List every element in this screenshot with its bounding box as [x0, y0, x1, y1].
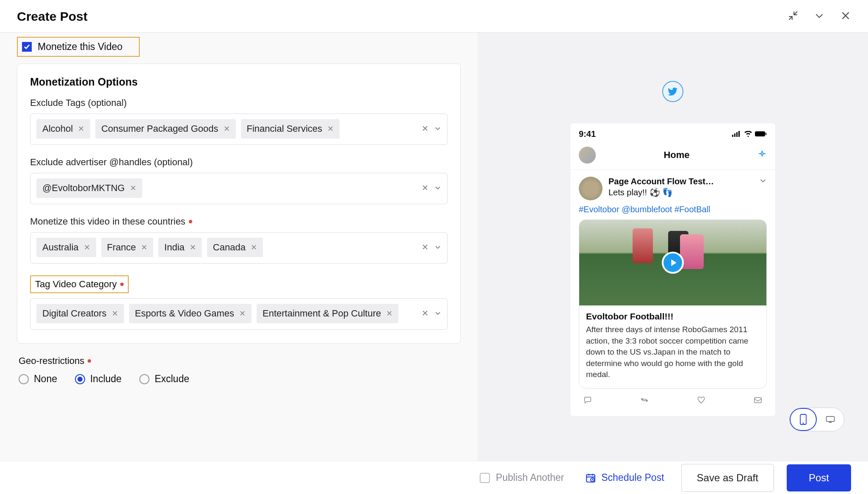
tag-remove-icon[interactable]: ✕: [130, 183, 136, 193]
svg-rect-3: [738, 131, 740, 137]
sparkle-icon[interactable]: [757, 150, 767, 161]
retweet-icon[interactable]: [640, 395, 649, 407]
tag-remove-icon[interactable]: ✕: [224, 124, 230, 133]
countries-select[interactable]: Australia✕ France✕ India✕ Canada✕: [30, 232, 448, 264]
tag-video-category-text: Tag Video Category: [35, 279, 117, 290]
close-icon[interactable]: [840, 10, 851, 23]
video-thumbnail[interactable]: [579, 220, 766, 305]
chevron-down-icon[interactable]: [759, 177, 767, 186]
tag: Esports & Video Games✕: [129, 304, 252, 323]
status-bar: 9:41: [570, 123, 775, 142]
tag-label: Canada: [213, 242, 246, 253]
radio-none[interactable]: None: [19, 373, 57, 385]
wifi-icon: [744, 129, 752, 139]
required-dot-icon: [120, 283, 124, 286]
radio-label: Exclude: [155, 373, 189, 385]
publish-another-checkbox[interactable]: Publish Another: [480, 472, 564, 483]
share-icon[interactable]: [753, 395, 763, 407]
footer-bar: Publish Another Schedule Post Save as Dr…: [0, 461, 868, 494]
phone-preview: 9:41 Home Page Account Flow Test… Lets p: [570, 123, 775, 416]
clear-icon[interactable]: [422, 184, 428, 193]
tag-remove-icon[interactable]: ✕: [112, 309, 118, 318]
exclude-tags-select[interactable]: Alcohol✕ Consumer Packaged Goods✕ Financ…: [30, 114, 448, 145]
mobile-view-button[interactable]: [790, 408, 817, 431]
desktop-view-button[interactable]: [817, 408, 844, 431]
tag-label: Consumer Packaged Goods: [101, 123, 218, 134]
chevron-down-icon[interactable]: [434, 310, 441, 318]
clear-icon[interactable]: [422, 125, 428, 133]
chevron-down-icon[interactable]: [434, 125, 441, 133]
tag-video-category-label: Tag Video Category: [30, 275, 129, 293]
monetize-checkbox-icon: [22, 42, 32, 52]
chevron-down-icon[interactable]: [814, 10, 825, 23]
preview-home-title: Home: [596, 150, 757, 161]
monetize-checkbox-row[interactable]: Monetize this Video: [17, 37, 140, 57]
post-button[interactable]: Post: [787, 464, 851, 491]
geo-restrictions-label: Geo-restrictions: [19, 355, 461, 366]
tag: Australia✕: [36, 238, 96, 257]
tag-label: France: [107, 242, 136, 253]
preview-panel: 9:41 Home Page Account Flow Test… Lets p: [478, 33, 868, 461]
radio-exclude[interactable]: Exclude: [139, 373, 189, 385]
post-avatar-icon: [579, 177, 603, 200]
categories-select[interactable]: Digital Creators✕ Esports & Video Games✕…: [30, 298, 448, 330]
svg-rect-6: [755, 397, 762, 402]
form-panel: Monetize this Video Monetization Options…: [0, 33, 478, 461]
chevron-down-icon[interactable]: [434, 244, 441, 252]
twitter-platform-icon[interactable]: [662, 81, 683, 102]
user-avatar-icon[interactable]: [579, 147, 596, 164]
countries-label-text: Monetize this video in these countries: [30, 216, 185, 227]
tag: France✕: [101, 238, 153, 257]
chevron-down-icon[interactable]: [434, 184, 441, 193]
status-time: 9:41: [579, 129, 596, 139]
header-actions: [788, 10, 851, 23]
tag-remove-icon[interactable]: ✕: [251, 243, 257, 252]
clear-icon[interactable]: [422, 244, 428, 252]
minimize-icon[interactable]: [788, 10, 799, 23]
exclude-handles-select[interactable]: @EvoltoborMKTNG✕: [30, 173, 448, 204]
categories-list: Digital Creators✕ Esports & Video Games✕…: [36, 304, 441, 323]
like-icon[interactable]: [697, 395, 706, 407]
reply-icon[interactable]: [583, 395, 592, 407]
tag-remove-icon[interactable]: ✕: [141, 243, 147, 252]
radio-include[interactable]: Include: [75, 373, 122, 385]
required-dot-icon: [88, 359, 91, 363]
exclude-handles-list: @EvoltoborMKTNG✕: [36, 178, 441, 198]
tag-remove-icon[interactable]: ✕: [239, 309, 246, 318]
tag-label: India: [164, 242, 185, 253]
tag: Financial Services✕: [241, 119, 340, 139]
publish-another-label: Publish Another: [496, 472, 564, 483]
geo-title-text: Geo-restrictions: [19, 355, 84, 366]
tag-remove-icon[interactable]: ✕: [190, 243, 196, 252]
tag-label: Australia: [42, 242, 79, 253]
media-card-title: Evoltobor Football!!!: [586, 311, 760, 322]
media-card: Evoltobor Football!!! After three days o…: [579, 219, 767, 389]
tag-remove-icon[interactable]: ✕: [327, 124, 334, 133]
tag: Entertainment & Pop Culture✕: [257, 304, 398, 323]
radio-icon: [75, 374, 85, 384]
countries-list: Australia✕ France✕ India✕ Canada✕: [36, 238, 441, 257]
tag-label: Alcohol: [42, 123, 73, 134]
tag-remove-icon[interactable]: ✕: [78, 124, 84, 133]
play-icon[interactable]: [662, 252, 684, 274]
tag: @EvoltoborMKTNG✕: [36, 178, 142, 198]
save-draft-button[interactable]: Save as Draft: [681, 464, 774, 492]
monetization-options-title: Monetization Options: [30, 76, 448, 88]
svg-rect-1: [734, 133, 735, 137]
monetization-options-card: Monetization Options Exclude Tags (optio…: [17, 64, 461, 344]
countries-label: Monetize this video in these countries: [30, 216, 448, 227]
exclude-tags-list: Alcohol✕ Consumer Packaged Goods✕ Financ…: [36, 119, 441, 139]
tag-label: Financial Services: [247, 123, 323, 134]
tag-remove-icon[interactable]: ✕: [84, 243, 90, 252]
tag-remove-icon[interactable]: ✕: [386, 309, 393, 318]
schedule-post-link[interactable]: Schedule Post: [585, 472, 664, 483]
tag: Digital Creators✕: [36, 304, 124, 323]
monetize-checkbox-label: Monetize this Video: [38, 41, 122, 53]
geo-radio-group: None Include Exclude: [19, 373, 461, 385]
modal-header: Create Post: [0, 0, 868, 33]
svg-rect-9: [827, 416, 835, 422]
exclude-handles-label: Exclude advertiser @handles (optional): [30, 157, 448, 168]
tweet-actions: [579, 389, 767, 412]
clear-icon[interactable]: [422, 310, 428, 318]
svg-rect-2: [736, 132, 738, 137]
